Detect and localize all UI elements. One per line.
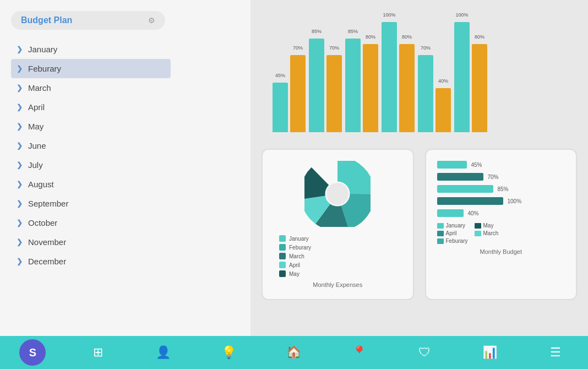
month-label: September [28, 199, 68, 208]
bar-gold-5: 80% [472, 44, 487, 132]
main-content: Budget Plan ⚙ ❯January❯Feburary❯March❯Ap… [0, 0, 588, 336]
bar-label-teal-2: 85% [348, 29, 358, 34]
chevron-icon: ❯ [17, 180, 23, 188]
chevron-icon: ❯ [17, 64, 23, 73]
bar-teal-0: 45% [273, 83, 288, 132]
budget-bar-fill-0 [437, 161, 467, 169]
budget-bar-row-0: 45% [437, 161, 565, 169]
bar-gold-0: 70% [290, 55, 306, 132]
budget-legend-item-3: May [475, 223, 499, 229]
budget-legend-dot-4 [475, 231, 481, 236]
legend-dot-1 [279, 244, 286, 251]
grid-icon: ⊞ [93, 345, 103, 360]
budget-bar-pct-1: 70% [488, 174, 499, 180]
chevron-icon: ❯ [17, 84, 23, 92]
location-nav-item[interactable]: 📍 [343, 336, 376, 369]
budget-bar-pct-2: 85% [498, 186, 509, 192]
bar-label-gold-4: 40% [438, 78, 448, 84]
budget-legend-label-0: January [446, 223, 466, 229]
bar-label-teal-0: 45% [275, 73, 285, 78]
shield-nav-item[interactable]: 🛡 [408, 336, 441, 369]
bar-label-gold-1: 70% [329, 45, 339, 51]
budget-legend-item-2: Feburary [437, 238, 468, 244]
bar-gold-4: 40% [435, 88, 451, 132]
budget-legend-dot-3 [475, 223, 481, 229]
budget-legend-dot-2 [437, 238, 444, 244]
idea-nav-item[interactable]: 💡 [212, 336, 245, 369]
bar-gold-3: 80% [399, 44, 415, 132]
bar-label-gold-0: 70% [293, 45, 303, 51]
budget-bar-fill-3 [437, 197, 503, 205]
bar-label-teal-1: 85% [312, 29, 322, 34]
month-item-july[interactable]: ❯July [11, 155, 171, 175]
month-item-may[interactable]: ❯May [11, 117, 171, 136]
month-label: January [28, 45, 57, 54]
month-label: May [28, 122, 43, 131]
budget-bar-card: 45% 70% 85% 100% 40% January April Febur… [425, 149, 578, 300]
pie-legend-item-2: March [279, 253, 311, 259]
location-icon: 📍 [352, 345, 367, 360]
month-label: April [28, 102, 45, 112]
month-label: Feburary [28, 64, 61, 73]
pie-legend-item-0: January [279, 235, 311, 242]
lightbulb-icon: 💡 [221, 345, 236, 360]
pie-container: January Feburary March April May Monthly… [274, 161, 402, 288]
bar-card-content: 45% 70% 85% 100% 40% [437, 161, 565, 217]
chevron-icon: ❯ [17, 219, 23, 227]
pie-legend: January Feburary March April May [279, 235, 311, 277]
menu-nav-item[interactable]: ☰ [539, 336, 572, 369]
pie-card-title: Monthly Expenses [313, 281, 362, 288]
bar-label-teal-5: 100% [455, 12, 468, 18]
pie-legend-item-1: Feburary [279, 244, 311, 251]
legend-label-0: January [289, 236, 309, 242]
shield-icon: 🛡 [418, 345, 431, 360]
bar-gold-1: 70% [326, 55, 342, 132]
chevron-icon: ❯ [17, 257, 23, 265]
grid-nav-item[interactable]: ⊞ [81, 336, 115, 369]
user-icon: 👤 [156, 345, 171, 360]
chevron-icon: ❯ [17, 103, 23, 111]
settings-icon[interactable]: ⚙ [148, 16, 155, 25]
bottom-nav: S ⊞ 👤 💡 🏠 📍 🛡 📊 ☰ [0, 336, 588, 369]
legend-dot-3 [279, 262, 286, 268]
budget-legend-label-2: Feburary [446, 238, 468, 244]
budget-legend-label-1: April [446, 230, 457, 236]
content-area: 45% 70% 85% 70% 85% 80% 100% 80% 70% 40% [251, 0, 588, 336]
month-item-december[interactable]: ❯December [11, 252, 171, 271]
bar-gold-2: 80% [363, 44, 378, 132]
main-bar-chart: 45% 70% 85% 70% 85% 80% 100% 80% 70% 40% [273, 17, 566, 138]
budget-bar-pct-0: 45% [471, 162, 482, 168]
budget-legend-item-4: March [475, 230, 499, 236]
month-label: March [28, 83, 51, 93]
budget-bar-row-3: 100% [437, 197, 565, 205]
user-nav-item[interactable]: 👤 [147, 336, 180, 369]
budget-legend-wrapper: January April Feburary May March [437, 223, 565, 244]
month-item-november[interactable]: ❯November [11, 232, 171, 252]
budget-legend-dot-0 [437, 223, 444, 229]
pie-legend-item-3: April [279, 262, 311, 268]
month-item-june[interactable]: ❯June [11, 136, 171, 155]
legend-label-4: May [289, 271, 300, 277]
month-item-april[interactable]: ❯April [11, 97, 171, 117]
house-nav-item[interactable]: 🏠 [277, 336, 311, 369]
house-icon: 🏠 [286, 345, 301, 360]
budget-legend-item-1: April [437, 230, 468, 236]
bar-group-3: 100% 80% [382, 22, 415, 132]
bottom-cards: January Feburary March April May Monthly… [262, 149, 577, 300]
budget-bar-row-2: 85% [437, 185, 565, 193]
chart-nav-item[interactable]: 📊 [473, 336, 507, 369]
chevron-icon: ❯ [17, 142, 23, 150]
home-circle: S [19, 339, 46, 366]
legend-label-2: March [289, 253, 304, 259]
budget-plan-title: Budget Plan [21, 15, 72, 25]
month-item-august[interactable]: ❯August [11, 175, 171, 194]
month-item-march[interactable]: ❯March [11, 78, 171, 97]
legend-label-3: April [289, 262, 300, 268]
month-item-september[interactable]: ❯September [11, 194, 171, 213]
home-nav-item[interactable]: S [16, 336, 49, 369]
budget-bar-fill-2 [437, 185, 493, 193]
month-item-feburary[interactable]: ❯Feburary [11, 59, 171, 78]
month-item-january[interactable]: ❯January [11, 40, 171, 59]
month-item-october[interactable]: ❯October [11, 213, 171, 232]
bar-chart-container: 45% 70% 85% 70% 85% 80% 100% 80% 70% 40% [262, 11, 577, 138]
